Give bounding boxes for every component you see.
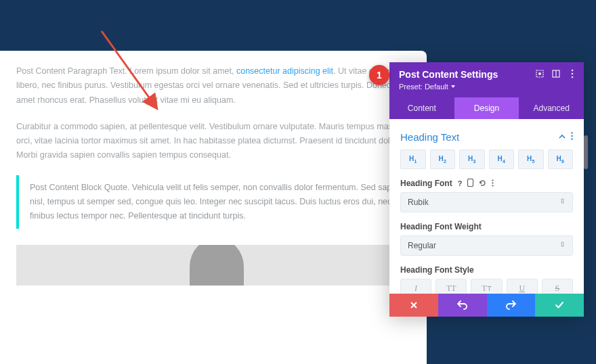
h2-tab[interactable]: H2 <box>430 150 456 169</box>
collapse-icon[interactable] <box>559 133 566 142</box>
panel-header[interactable]: Post Content Settings Preset: Default <box>389 62 584 97</box>
undo-button[interactable] <box>438 294 487 317</box>
tab-content[interactable]: Content <box>389 97 454 119</box>
svg-point-8 <box>571 132 572 133</box>
svg-point-5 <box>572 70 574 72</box>
svg-point-10 <box>571 138 572 139</box>
redo-button[interactable] <box>487 294 536 317</box>
heading-font-select[interactable]: Rubik <box>400 192 573 212</box>
font-style-buttons: I TT Tᴛ U S <box>400 279 573 294</box>
panel-tabs: Content Design Advanced <box>389 97 584 119</box>
panel-body: Heading Text H1 H2 H3 H4 H5 H6 Heading F… <box>389 119 584 294</box>
device-icon[interactable] <box>467 179 473 188</box>
panel-footer <box>389 294 584 317</box>
annotation-badge-1: 1 <box>369 65 389 85</box>
preset-dropdown[interactable]: Preset: Default <box>399 83 455 91</box>
svg-point-9 <box>571 135 572 137</box>
svg-rect-11 <box>468 179 473 187</box>
paragraph-2: Curabitur a commodo sapien, at pellentes… <box>16 120 410 163</box>
para1-pre: Post Content Paragraph Text. Lorem ipsum… <box>16 66 236 76</box>
tab-design[interactable]: Design <box>454 97 519 119</box>
save-button[interactable] <box>535 294 584 317</box>
strikethrough-button[interactable]: S <box>542 279 573 294</box>
scrollbar-handle[interactable] <box>584 135 588 169</box>
field-more-icon[interactable] <box>492 179 494 188</box>
svg-point-13 <box>492 182 494 183</box>
blockquote-text: Post Content Block Quote. Vehicula velit… <box>30 181 410 224</box>
section-more-icon[interactable] <box>571 132 573 142</box>
heading-font-label: Heading Font ? <box>400 179 573 188</box>
close-button[interactable] <box>389 294 438 317</box>
blockquote: Post Content Block Quote. Vehicula velit… <box>16 175 410 229</box>
svg-point-7 <box>572 76 574 78</box>
svg-point-6 <box>572 73 574 75</box>
heading-style-label: Heading Font Style <box>400 265 573 275</box>
section-title-label: Heading Text <box>400 131 459 143</box>
settings-panel: Post Content Settings Preset: Default Co… <box>389 62 584 317</box>
smallcaps-button[interactable]: Tᴛ <box>471 279 502 294</box>
more-icon[interactable] <box>568 69 577 78</box>
italic-button[interactable]: I <box>400 279 431 294</box>
heading-level-tabs: H1 H2 H3 H4 H5 H6 <box>400 150 573 169</box>
page-content: Post Content Paragraph Text. Lorem ipsum… <box>0 51 427 364</box>
svg-point-12 <box>492 179 494 181</box>
heading-weight-label: Heading Font Weight <box>400 222 573 231</box>
svg-point-14 <box>492 185 494 186</box>
help-icon[interactable]: ? <box>458 179 463 187</box>
reset-icon[interactable] <box>479 179 486 188</box>
expand-icon[interactable] <box>535 69 545 78</box>
paragraph-link[interactable]: consectetur adipiscing elit <box>236 66 333 76</box>
svg-point-2 <box>538 72 541 75</box>
h5-tab[interactable]: H5 <box>518 150 544 169</box>
h4-tab[interactable]: H4 <box>489 150 515 169</box>
h3-tab[interactable]: H3 <box>459 150 485 169</box>
section-heading-text[interactable]: Heading Text <box>400 127 573 150</box>
image-placeholder <box>16 245 410 286</box>
tab-advanced[interactable]: Advanced <box>519 97 584 119</box>
h6-tab[interactable]: H6 <box>548 150 574 169</box>
h1-tab[interactable]: H1 <box>400 150 426 169</box>
paragraph-1: Post Content Paragraph Text. Lorem ipsum… <box>16 64 410 108</box>
uppercase-button[interactable]: TT <box>435 279 467 294</box>
heading-weight-select[interactable]: Regular <box>400 235 573 256</box>
snap-icon[interactable] <box>551 69 561 78</box>
underline-button[interactable]: U <box>507 279 538 294</box>
